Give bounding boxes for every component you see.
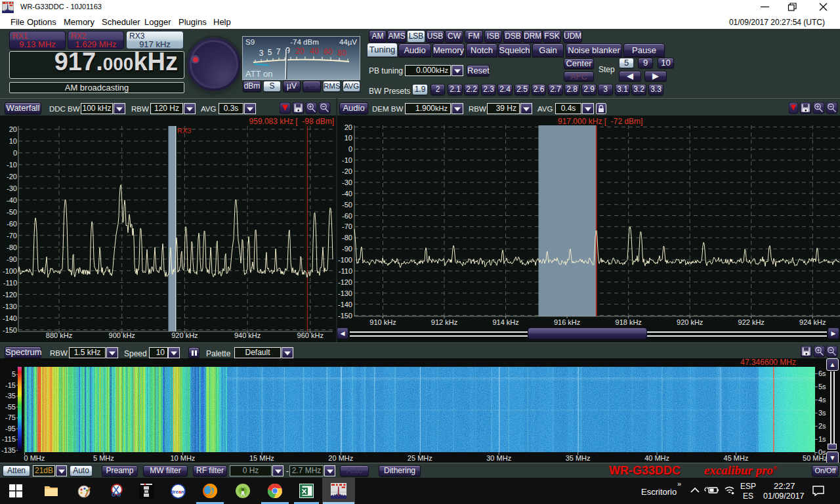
svg-text:-140: -140 [338,301,352,308]
svg-text:912 kHz: 912 kHz [431,318,457,326]
svg-text:0 MHz: 0 MHz [24,454,45,462]
svg-text:44µV: 44µV [339,38,357,46]
svg-text:-10: -10 [342,156,352,164]
svg-text:4s: 4s [818,396,826,404]
svg-text:-40: -40 [7,196,17,204]
svg-text:-50: -50 [342,201,352,209]
svg-text:-90: -90 [342,245,352,253]
svg-text:914 kHz: 914 kHz [492,318,518,326]
svg-text:40: 40 [310,47,319,56]
svg-text:-60: -60 [342,212,352,220]
svg-text:-95: -95 [5,425,16,432]
svg-text:-120: -120 [338,278,352,286]
svg-text:-30: -30 [342,178,352,186]
svg-text:-80: -80 [7,243,17,251]
svg-text:5: 5 [12,370,16,378]
svg-text:-15: -15 [5,381,16,389]
svg-text:5: 5 [268,48,272,57]
svg-text:-70: -70 [342,222,352,230]
svg-text:1s: 1s [818,435,826,443]
svg-text:20: 20 [345,123,352,131]
svg-text:-55: -55 [5,403,16,411]
svg-text:-100: -100 [3,267,17,275]
svg-text:5s: 5s [818,383,826,390]
svg-text:918 kHz: 918 kHz [616,318,642,326]
svg-text:-100: -100 [338,256,352,264]
svg-text:10 MHz: 10 MHz [170,454,195,462]
svg-text:922 kHz: 922 kHz [738,318,765,326]
svg-text:916 kHz: 916 kHz [554,318,580,326]
svg-text:-150: -150 [3,326,17,334]
svg-text:-140: -140 [3,314,17,322]
svg-text:-35: -35 [5,392,16,400]
svg-text:0: 0 [348,145,352,153]
svg-text:7: 7 [276,47,281,56]
svg-text:924 kHz: 924 kHz [799,318,826,326]
svg-text:-135: -135 [1,446,16,454]
svg-text:910 kHz: 910 kHz [369,318,396,326]
svg-text:20 MHz: 20 MHz [328,454,353,462]
svg-text:6s: 6s [818,369,826,377]
svg-text:3s: 3s [818,409,826,417]
svg-text:50 MHz: 50 MHz [803,454,828,462]
svg-text:-80: -80 [342,234,352,242]
svg-text:-130: -130 [3,303,17,310]
svg-text:60: 60 [324,47,333,56]
svg-text:-30: -30 [7,184,17,192]
svg-text:15 MHz: 15 MHz [249,454,274,462]
svg-text:-90: -90 [7,255,17,263]
svg-text:47.346600 MHz: 47.346600 MHz [740,358,796,367]
svg-text:40 MHz: 40 MHz [644,454,669,462]
svg-text:-110: -110 [339,267,352,275]
svg-text:10: 10 [345,134,352,142]
svg-text:45 MHz: 45 MHz [724,454,749,462]
svg-text:25 MHz: 25 MHz [408,454,432,462]
svg-text:-60: -60 [7,220,17,228]
svg-text:-20: -20 [342,167,352,175]
svg-text:-10: -10 [7,161,17,169]
svg-text:30 MHz: 30 MHz [486,454,511,462]
svg-text:-74 dBm: -74 dBm [290,38,318,46]
svg-text:-50: -50 [7,208,17,216]
svg-text:S9: S9 [245,38,255,46]
svg-text:920 kHz: 920 kHz [677,318,703,326]
svg-text:10: 10 [9,137,17,145]
svg-text:-110: -110 [3,279,17,287]
svg-text:dream: dream [171,489,186,495]
svg-text:-120: -120 [3,291,17,299]
svg-text:35 MHz: 35 MHz [566,454,591,462]
svg-text:-75: -75 [5,413,16,421]
svg-text:-40: -40 [342,190,352,198]
svg-text:2s: 2s [818,422,826,430]
svg-text:-70: -70 [7,232,17,240]
svg-text:20: 20 [295,47,304,56]
svg-text:3: 3 [259,49,264,58]
svg-text:-115: -115 [2,435,16,443]
svg-text:-20: -20 [7,173,17,180]
svg-text:80: 80 [337,49,346,58]
svg-text:-130: -130 [338,289,352,297]
svg-text:ATT on: ATT on [245,69,272,79]
svg-text:0: 0 [13,149,17,157]
svg-text:5 MHz: 5 MHz [93,454,114,462]
svg-text:-150: -150 [338,312,352,320]
svg-text:RX3: RX3 [177,127,191,135]
svg-text:20: 20 [9,125,17,133]
